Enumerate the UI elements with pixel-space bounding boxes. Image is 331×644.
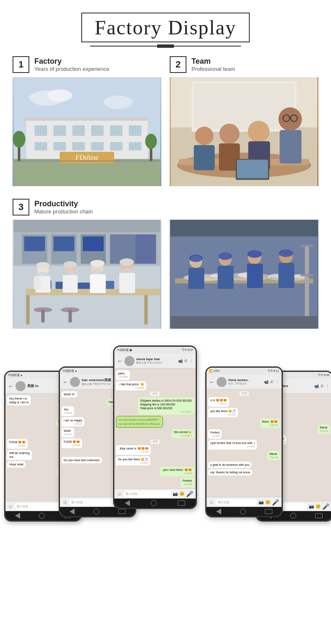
svg-rect-70 [90, 274, 106, 293]
home-nav-icon-5[interactable] [290, 513, 296, 519]
production-image-1 [13, 220, 161, 329]
emoji-icon-4[interactable]: ☺ [209, 499, 214, 505]
more-icon-5[interactable]: ⋮ [326, 384, 329, 388]
svg-rect-17 [110, 142, 123, 151]
emoji-icon[interactable]: ☺ [8, 504, 13, 509]
svg-rect-101 [218, 266, 234, 289]
video-icon-4[interactable]: 📹 [264, 380, 269, 384]
mic-icon-3[interactable]: 🎤 [186, 491, 193, 497]
chat-name-block-3: maria tape hair 最后上线 今天上午9:17 [136, 357, 176, 365]
back-arrow-icon[interactable]: ← [8, 383, 14, 390]
svg-rect-112 [171, 316, 318, 329]
day-label-4: 今天 [239, 391, 249, 396]
info-block-team: 2 Team Professional team [170, 56, 318, 73]
chat-name-5: ashes [279, 384, 313, 388]
team-text: Team Professional team [191, 57, 235, 72]
svg-point-77 [36, 262, 50, 269]
sticker-icon-5[interactable]: 😊 [315, 504, 321, 509]
svg-point-78 [64, 261, 77, 268]
recents-nav-icon-5[interactable] [315, 513, 323, 518]
svg-rect-18 [129, 142, 142, 151]
video-icon-5[interactable]: 📹 [314, 384, 319, 388]
emoji-icon-2[interactable]: ☺ [62, 499, 67, 505]
info-block-factory: 1 Factory Years of production experience [13, 56, 161, 73]
chat-name-3: maria tape hair [136, 357, 176, 361]
photo-icon[interactable]: 📷 [173, 491, 178, 496]
title-box: Factory Display [81, 13, 250, 42]
back-nav-icon[interactable] [15, 513, 20, 519]
msg-bubble: Hope relati [7, 461, 26, 467]
factory-image: FDshine [13, 77, 161, 186]
home-nav-icon-2[interactable] [93, 509, 99, 514]
home-nav-icon-3[interactable] [151, 500, 157, 506]
team-subtitle: Professional team [191, 66, 235, 72]
phone-4: 📶 23% 下午4:11 ← think lashes . 9/27, 下午10… [205, 366, 283, 517]
svg-point-24 [13, 131, 26, 148]
input-field-1[interactable]: 输入信息 [15, 503, 61, 510]
video-icon[interactable]: 📹 [178, 359, 183, 363]
msg-bubble-highlight: Us nene Daneen Swanson成交客户my total will … [116, 416, 163, 428]
phone-3-input-bar: ☺ 输入信息 📷 😊 🎤 [114, 488, 196, 499]
header-decoration [0, 44, 331, 48]
photo-icon-5[interactable]: 📷 [309, 504, 314, 509]
deco-line-left [90, 46, 157, 47]
msg-bubble: oyal vendor that i'd love ess with. i 上午… [208, 440, 257, 449]
productivity-title: Productivity [34, 200, 93, 208]
svg-rect-84 [69, 310, 72, 322]
mic-icon-5[interactable]: 🎤 [322, 503, 329, 510]
chat-avatar-4 [217, 377, 227, 387]
team-title: Team [191, 57, 235, 66]
sticker-icon-4[interactable]: 😊 [265, 500, 270, 504]
input-field-3[interactable]: 输入信息 [124, 491, 171, 497]
day-label-2: 今天 [150, 439, 160, 444]
home-nav-icon-4[interactable] [240, 509, 246, 514]
msg-bubble: them. 😍😍 上午9:40 [260, 418, 280, 428]
number-box-1: 1 [13, 56, 29, 73]
svg-point-102 [219, 252, 232, 260]
input-field-2[interactable]: 输入信息 [69, 499, 116, 506]
factory-title: Factory [34, 57, 109, 66]
chat-name-block-4: think lashes . 9/27, 下午10:03 [228, 378, 262, 386]
recents-nav-icon-4[interactable] [265, 509, 272, 514]
msg-bubble: WoW 上午9:21 [62, 428, 74, 437]
phone-icon[interactable]: ✆ [184, 359, 188, 363]
back-nav-icon-2[interactable] [70, 509, 75, 514]
svg-rect-19 [24, 117, 150, 121]
svg-point-2 [47, 89, 72, 102]
phone-icon-5[interactable]: ✆ [321, 384, 324, 388]
info-row-3: 3 Productivity Mature production chain [0, 199, 331, 216]
msg-bubble: you like them 😊🎵 上午8:37 [208, 408, 238, 418]
svg-point-99 [189, 254, 203, 262]
photo-icon-4[interactable]: 📷 [259, 500, 264, 504]
factory-text: Factory Years of production experience [34, 57, 109, 72]
more-icon-4[interactable]: ⋮ [275, 380, 279, 384]
mic-icon-4[interactable]: 🎤 [272, 499, 279, 506]
svg-rect-109 [305, 245, 309, 320]
msg-bubble: Fc526 😍😍 上午9:21 [7, 439, 28, 449]
number-box-2: 2 [170, 56, 186, 73]
phone-4-status: 📶 23% 下午4:11 [207, 368, 282, 374]
recents-nav-icon-3[interactable] [178, 501, 185, 506]
more-icon[interactable]: ⋮ [189, 359, 193, 363]
sticker-icon[interactable]: 😊 [179, 491, 184, 496]
phone-icon-4[interactable]: ✆ [270, 380, 274, 384]
recents-nav-icon-2[interactable] [118, 509, 126, 514]
svg-rect-111 [301, 274, 313, 276]
back-nav-icon-4[interactable] [216, 509, 221, 514]
msg-bubble: e in 😍😍😍 上午7:17 [208, 397, 229, 407]
svg-rect-98 [189, 268, 204, 289]
input-field-4[interactable]: 输入信息 [216, 499, 257, 506]
emoji-icon-3[interactable]: ☺ [117, 491, 122, 497]
msg-bubble: , they came in 😍😍😍 上午7:17 [116, 445, 151, 455]
home-nav-icon[interactable] [39, 513, 45, 519]
back-arrow-icon-3[interactable]: ← [117, 358, 123, 364]
page-title: Factory Display [95, 16, 236, 39]
svg-rect-72 [119, 273, 135, 293]
svg-point-33 [195, 127, 214, 145]
chat-name-4: think lashes . [228, 378, 262, 382]
back-nav-icon-3[interactable] [125, 500, 130, 506]
svg-rect-47 [14, 220, 160, 232]
back-arrow-icon-4[interactable]: ← [209, 379, 215, 385]
back-arrow-icon-2[interactable]: ← [62, 379, 68, 385]
phone-3: 中国联通 ◼ 下午3:07 ← maria tape hair 最后上线 今天上… [113, 345, 197, 509]
